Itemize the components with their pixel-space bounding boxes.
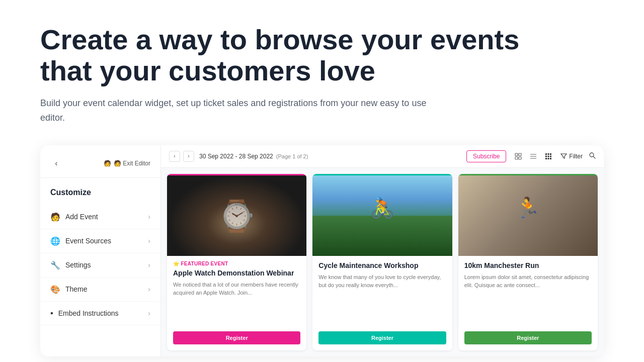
- event-description: We noticed that a lot of our members hav…: [173, 281, 300, 297]
- register-button[interactable]: Register: [318, 331, 446, 344]
- event-card-body: ⭐ Featured Event Apple Watch Demonstatio…: [167, 256, 306, 331]
- event-card-footer: Register: [167, 331, 306, 350]
- exit-editor-button[interactable]: 🧑 🧑 Exit Editor: [104, 160, 150, 167]
- sidebar-item-theme[interactable]: 🎨 Theme ›: [40, 278, 160, 302]
- event-image-running: [458, 175, 598, 256]
- register-button[interactable]: Register: [173, 331, 300, 344]
- calendar-content-area: ‹ › 30 Sep 2022 - 28 Sep 2022 (Page 1 of…: [161, 145, 604, 356]
- back-button[interactable]: ‹: [50, 157, 62, 169]
- add-event-icon: 🧑: [50, 212, 60, 222]
- event-sources-icon: 🌐: [50, 236, 60, 246]
- event-image-apple-watch: [167, 175, 306, 256]
- calendar-view-button[interactable]: [512, 150, 524, 162]
- event-card-apple-watch: ⭐ Featured Event Apple Watch Demonstatio…: [167, 174, 306, 350]
- embed-instructions-label: Embed Instructions: [58, 309, 119, 317]
- chevron-right-icon: ›: [148, 309, 150, 317]
- calendar-header-right: Subscribe: [466, 150, 596, 162]
- subscribe-button[interactable]: Subscribe: [466, 150, 506, 162]
- view-toggle-group: [512, 150, 554, 162]
- calendar-header: ‹ › 30 Sep 2022 - 28 Sep 2022 (Page 1 of…: [161, 145, 604, 168]
- register-button[interactable]: Register: [464, 331, 592, 344]
- theme-icon: 🎨: [50, 285, 60, 294]
- add-event-label: Add Event: [65, 213, 98, 221]
- svg-rect-11: [548, 155, 549, 157]
- calendar-nav: ‹ › 30 Sep 2022 - 28 Sep 2022 (Page 1 of…: [169, 151, 308, 162]
- sidebar-item-add-event[interactable]: 🧑 Add Event ›: [40, 205, 160, 229]
- event-card-run: 10km Manchester Run Lorem ipsum dolor si…: [458, 174, 598, 350]
- chevron-right-icon: ›: [148, 213, 150, 221]
- editor-preview: ‹ 🧑 🧑 Exit Editor Customize 🧑 Add Event …: [40, 145, 604, 356]
- svg-rect-15: [550, 158, 551, 159]
- exit-editor-label: 🧑 Exit Editor: [114, 160, 150, 167]
- event-title: 10km Manchester Run: [464, 261, 592, 270]
- event-title: Apple Watch Demonstation Webinar: [173, 268, 300, 278]
- sidebar-top-bar: ‹ 🧑 🧑 Exit Editor: [40, 153, 160, 178]
- event-title: Cycle Maintenance Workshop: [318, 261, 446, 270]
- filter-button[interactable]: Filter: [560, 153, 583, 160]
- event-image-cycling: [312, 175, 452, 256]
- svg-point-16: [590, 153, 594, 157]
- hero-subtitle: Build your event calendar widget, set up…: [40, 96, 433, 125]
- sidebar-item-settings[interactable]: 🔧 Settings ›: [40, 253, 160, 278]
- settings-label: Settings: [65, 261, 91, 269]
- svg-rect-12: [550, 155, 551, 157]
- exit-editor-icon: 🧑: [104, 160, 111, 167]
- svg-rect-8: [548, 153, 549, 155]
- filter-label: Filter: [569, 153, 583, 160]
- calendar-page-info: (Page 1 of 2): [276, 153, 308, 159]
- editor-sidebar: ‹ 🧑 🧑 Exit Editor Customize 🧑 Add Event …: [40, 145, 161, 356]
- event-card-body: 10km Manchester Run Lorem ipsum dolor si…: [458, 256, 598, 331]
- customize-heading: Customize: [40, 182, 160, 205]
- embed-instructions-icon: ▪: [50, 309, 53, 318]
- svg-rect-10: [545, 155, 547, 157]
- svg-line-17: [594, 157, 596, 159]
- event-description: Lorem ipsum dolor sit amet, consectetur …: [464, 273, 592, 290]
- sidebar-item-embed-instructions[interactable]: ▪ Embed Instructions ›: [40, 302, 160, 325]
- event-sources-label: Event Sources: [65, 237, 111, 245]
- svg-rect-1: [519, 153, 521, 156]
- theme-label: Theme: [65, 285, 88, 293]
- event-card-footer: Register: [312, 331, 452, 350]
- svg-rect-2: [515, 157, 518, 159]
- events-grid: ⭐ Featured Event Apple Watch Demonstatio…: [161, 168, 604, 356]
- calendar-next-button[interactable]: ›: [183, 151, 194, 162]
- search-button[interactable]: [589, 152, 596, 160]
- sidebar-item-event-sources[interactable]: 🌐 Event Sources ›: [40, 229, 160, 253]
- chevron-right-icon: ›: [148, 285, 150, 293]
- chevron-right-icon: ›: [148, 237, 150, 245]
- event-card-cycle: Cycle Maintenance Workshop We know that …: [312, 174, 452, 350]
- settings-icon: 🔧: [50, 260, 60, 270]
- calendar-date-range: 30 Sep 2022 - 28 Sep 2022: [199, 153, 273, 160]
- featured-badge: ⭐ Featured Event: [173, 261, 300, 266]
- svg-rect-3: [519, 157, 521, 159]
- event-card-footer: Register: [458, 331, 598, 350]
- svg-rect-14: [548, 158, 549, 159]
- svg-rect-9: [550, 153, 551, 155]
- grid-view-button[interactable]: [542, 150, 554, 162]
- hero-title: Create a way to browse your events that …: [40, 24, 543, 86]
- chevron-right-icon: ›: [148, 261, 150, 269]
- list-view-button[interactable]: [527, 150, 539, 162]
- svg-rect-13: [545, 158, 547, 159]
- calendar-prev-button[interactable]: ‹: [169, 151, 180, 162]
- event-description: We know that many of you love to cycle e…: [318, 273, 446, 290]
- svg-rect-7: [545, 153, 547, 155]
- svg-rect-0: [515, 153, 518, 156]
- event-card-body: Cycle Maintenance Workshop We know that …: [312, 256, 452, 331]
